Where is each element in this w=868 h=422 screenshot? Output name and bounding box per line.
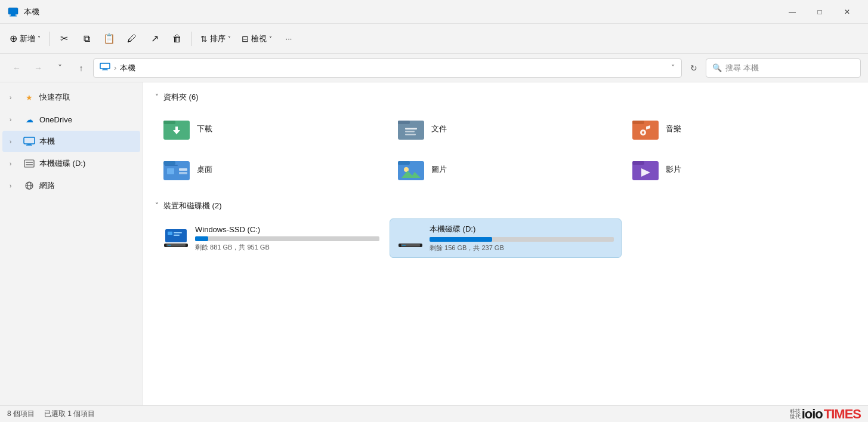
drive-item-c[interactable]: Windows-SSD (C:) 剩餘 881 GB，共 951 GB — [155, 218, 387, 258]
drive-d-info: 本機磁碟 (D:) 剩餘 156 GB，共 237 GB — [430, 224, 614, 252]
sidebar-label-onedrive: OneDrive — [39, 115, 72, 124]
svg-rect-30 — [179, 168, 187, 171]
svg-rect-47 — [402, 245, 406, 246]
sidebar-item-this-pc[interactable]: › 本機 — [2, 131, 140, 152]
folder-item-desktop[interactable]: 桌面 — [155, 150, 387, 189]
sidebar-label-quick-access: 快速存取 — [39, 92, 70, 103]
svg-rect-16 — [163, 121, 175, 124]
back-button[interactable]: ← — [7, 58, 26, 78]
address-bar-row: ← → ˅ ↑ › 本機 ˅ ↻ 🔍 搜尋 本機 — [0, 54, 868, 82]
rename-button[interactable]: 🖊 — [121, 28, 143, 50]
svg-rect-28 — [165, 165, 178, 166]
drive-c-info: Windows-SSD (C:) 剩餘 881 GB，共 951 GB — [195, 225, 379, 252]
chevron-right-icon: › — [10, 94, 19, 101]
paste-button[interactable]: 📋 — [98, 28, 120, 50]
new-label: 新增 — [20, 33, 35, 44]
monitor-icon — [23, 135, 36, 148]
new-chevron-icon: ˅ — [38, 35, 41, 42]
folder-name-desktop: 桌面 — [197, 164, 212, 175]
drive-d-bar-fill — [430, 237, 492, 242]
address-dropdown-icon: ˅ — [671, 63, 675, 72]
window-title: 本機 — [24, 7, 779, 17]
svg-rect-44 — [168, 245, 171, 246]
drive-c-name: Windows-SSD (C:) — [195, 225, 379, 234]
svg-rect-5 — [102, 70, 108, 70]
content-area: ˅ 資料夾 (6) 下載 — [143, 82, 868, 405]
drive-item-d[interactable]: 本機磁碟 (D:) 剩餘 156 GB，共 237 GB — [390, 218, 622, 258]
folder-item-documents[interactable]: 文件 — [390, 110, 622, 148]
address-separator: › — [114, 63, 116, 72]
sidebar-item-quick-access[interactable]: › ★ 快速存取 — [2, 87, 140, 108]
folders-section-header: ˅ 資料夾 (6) — [155, 92, 856, 103]
trash-icon: 🗑 — [172, 33, 182, 44]
chevron-down-icon: ˅ — [58, 63, 62, 73]
folder-item-videos[interactable]: 影片 — [624, 150, 856, 189]
window-controls: — □ ✕ — [779, 2, 861, 21]
svg-rect-11 — [26, 164, 33, 165]
folder-name-downloads: 下載 — [197, 124, 212, 134]
download-folder-icon — [162, 115, 191, 143]
expand-recent-button[interactable]: ˅ — [50, 58, 69, 78]
cut-button[interactable]: ✂ — [53, 28, 75, 50]
sidebar-item-network[interactable]: › 網路 — [2, 175, 140, 196]
new-button[interactable]: ⊕ 新增 ˅ — [5, 28, 45, 50]
title-bar: 本機 — □ ✕ — [0, 0, 868, 24]
refresh-icon: ↻ — [690, 63, 697, 73]
desktop-folder-icon — [162, 155, 191, 184]
sidebar-label-network: 網路 — [39, 180, 55, 191]
share-button[interactable]: ↗ — [144, 28, 165, 50]
folders-collapse-icon[interactable]: ˅ — [155, 93, 159, 101]
devices-collapse-icon[interactable]: ˅ — [155, 202, 159, 210]
folder-item-pictures[interactable]: 圖片 — [390, 150, 622, 189]
forward-button[interactable]: → — [29, 58, 48, 78]
drive-icon — [23, 157, 36, 170]
copy-button[interactable]: ⧉ — [76, 28, 97, 50]
paste-icon: 📋 — [103, 33, 115, 44]
sort-chevron-icon: ˅ — [228, 35, 231, 42]
svg-rect-39 — [168, 232, 172, 235]
more-button[interactable]: ··· — [278, 28, 299, 50]
refresh-button[interactable]: ↻ — [684, 58, 703, 78]
devices-section-title: 裝置和磁碟機 (2) — [163, 201, 222, 211]
logo-area: 科技世代 ioio TIMES — [790, 406, 861, 422]
search-box[interactable]: 🔍 搜尋 本機 — [706, 58, 861, 78]
selected-text: 已選取 1 個項目 — [44, 409, 95, 419]
view-button[interactable]: ⊟ 檢視 ˅ — [237, 28, 277, 50]
svg-rect-23 — [632, 121, 644, 124]
chevron-right-icon-4: › — [10, 161, 19, 167]
address-bar[interactable]: › 本機 ˅ — [93, 58, 682, 78]
svg-rect-3 — [100, 63, 110, 69]
view-icon: ⊟ — [242, 34, 249, 44]
svg-rect-8 — [26, 145, 32, 146]
more-icon: ··· — [286, 34, 292, 43]
pictures-folder-icon — [397, 155, 425, 184]
maximize-button[interactable]: □ — [806, 2, 833, 21]
svg-point-25 — [642, 131, 644, 134]
address-path: 本機 — [120, 63, 135, 73]
rename-icon: 🖊 — [127, 33, 137, 44]
sidebar-item-onedrive[interactable]: › ☁ OneDrive — [2, 109, 140, 130]
up-button[interactable]: ↑ — [72, 58, 91, 78]
main-area: › ★ 快速存取 › ☁ OneDrive › 本機 › — [0, 82, 868, 405]
svg-rect-9 — [24, 160, 34, 167]
svg-rect-21 — [405, 134, 416, 135]
svg-rect-40 — [174, 232, 182, 233]
sort-button[interactable]: ⇅ 排序 ˅ — [196, 28, 236, 50]
delete-button[interactable]: 🗑 — [166, 28, 188, 50]
folders-grid: 下載 文件 — [155, 110, 856, 189]
svg-rect-27 — [163, 161, 175, 165]
sidebar-item-disk-d[interactable]: › 本機磁碟 (D:) — [2, 153, 140, 174]
folder-item-downloads[interactable]: 下載 — [155, 110, 387, 148]
chevron-right-icon-2: › — [10, 116, 19, 123]
svg-rect-4 — [103, 69, 107, 70]
minimize-button[interactable]: — — [779, 2, 806, 21]
view-chevron-icon: ˅ — [269, 35, 272, 42]
drive-c-icon — [163, 225, 189, 251]
folder-name-documents: 文件 — [431, 124, 447, 134]
network-icon — [23, 179, 36, 192]
folders-section-title: 資料夾 (6) — [163, 92, 199, 103]
close-button[interactable]: ✕ — [833, 2, 861, 21]
folder-name-videos: 影片 — [666, 164, 681, 175]
svg-rect-0 — [8, 8, 18, 14]
folder-item-music[interactable]: 音樂 — [624, 110, 856, 148]
